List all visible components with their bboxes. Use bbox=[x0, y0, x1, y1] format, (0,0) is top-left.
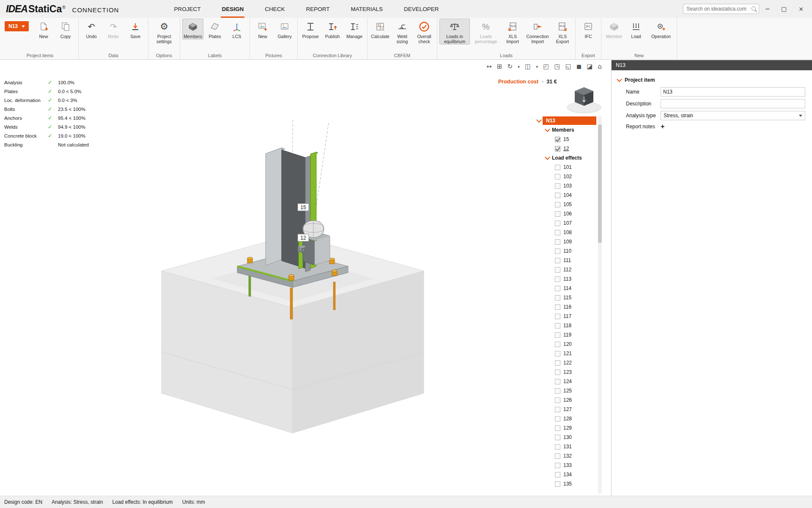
collapse-root-chevron[interactable] bbox=[536, 117, 542, 123]
tree-load-effect-item[interactable]: 117 bbox=[537, 312, 596, 321]
ribbon-button-new-project-item[interactable]: New bbox=[33, 19, 54, 39]
ribbon-button-overall-check[interactable]: Overall check bbox=[414, 19, 435, 44]
tree-load-effect-item[interactable]: 112 bbox=[537, 265, 596, 274]
ribbon-button-weld-sizing[interactable]: Weld sizing bbox=[392, 19, 413, 44]
minimize-button[interactable]: ─ bbox=[766, 6, 769, 12]
3d-model-view[interactable]: 15 12 bbox=[0, 60, 611, 496]
tree-load-effect-item[interactable]: 115 bbox=[537, 293, 596, 302]
view-solid-icon[interactable]: ◼ bbox=[576, 64, 582, 70]
home-icon[interactable]: ⌂ bbox=[598, 64, 602, 70]
tree-load-effect-item[interactable]: 102 bbox=[537, 172, 596, 181]
tree-load-effect-item[interactable]: 131 bbox=[537, 442, 596, 451]
tree-load-effect-item[interactable]: 104 bbox=[537, 190, 596, 200]
load-effect-checkbox[interactable] bbox=[555, 230, 560, 235]
measure-icon[interactable]: ↔ bbox=[486, 64, 492, 70]
load-effect-checkbox[interactable] bbox=[555, 221, 560, 226]
load-effect-checkbox[interactable] bbox=[555, 425, 560, 431]
load-effect-checkbox[interactable] bbox=[555, 174, 560, 179]
view-axonometry-icon[interactable]: ◰ bbox=[543, 64, 549, 70]
tree-load-effect-item[interactable]: 120 bbox=[537, 340, 596, 349]
tree-load-effect-item[interactable]: 124 bbox=[537, 377, 596, 386]
3d-viewport[interactable]: 15 12 Analysis ✓ 100.0% Plates ✓ 0.0 < 5… bbox=[0, 60, 611, 496]
collapse-load-effects-chevron[interactable] bbox=[545, 155, 550, 160]
ribbon-button-undo[interactable]: ↶ Undo bbox=[81, 19, 102, 39]
load-effect-checkbox[interactable] bbox=[555, 398, 560, 403]
scrollbar-thumb[interactable] bbox=[598, 124, 602, 243]
tree-load-effect-item[interactable]: 135 bbox=[537, 479, 596, 489]
tree-load-effect-item[interactable]: 125 bbox=[537, 386, 596, 395]
ribbon-button-save[interactable]: Save bbox=[125, 19, 146, 39]
tree-load-effect-item[interactable]: 122 bbox=[537, 358, 596, 367]
menu-tab[interactable]: DEVELOPER bbox=[403, 0, 440, 18]
tree-load-effect-item[interactable]: 118 bbox=[537, 321, 596, 330]
name-input[interactable] bbox=[661, 87, 805, 97]
load-effect-checkbox[interactable] bbox=[555, 304, 560, 310]
tree-load-effect-item[interactable]: 132 bbox=[537, 451, 596, 461]
collapse-section-chevron[interactable] bbox=[617, 77, 622, 82]
ribbon-button-copy[interactable]: Copy bbox=[55, 19, 76, 39]
zoom-extents-icon[interactable]: ⊞ bbox=[497, 64, 502, 70]
tree-scrollbar[interactable] bbox=[598, 116, 602, 494]
load-effect-checkbox[interactable] bbox=[555, 258, 560, 263]
tree-load-effect-item[interactable]: 126 bbox=[537, 395, 596, 405]
tree-load-effect-item[interactable]: 110 bbox=[537, 246, 596, 256]
load-effect-checkbox[interactable] bbox=[555, 183, 560, 189]
load-effect-checkbox[interactable] bbox=[555, 370, 560, 375]
load-effect-checkbox[interactable] bbox=[555, 202, 560, 207]
tree-load-effect-item[interactable]: 119 bbox=[537, 330, 596, 340]
load-effect-checkbox[interactable] bbox=[555, 472, 560, 478]
clip-view-icon[interactable]: ◫ bbox=[525, 64, 531, 70]
load-effect-checkbox[interactable] bbox=[555, 444, 560, 450]
load-effect-checkbox[interactable] bbox=[555, 286, 560, 291]
load-effect-checkbox[interactable] bbox=[555, 165, 560, 170]
tree-load-effect-item[interactable]: 130 bbox=[537, 433, 596, 442]
maximize-button[interactable]: ▢ bbox=[781, 6, 787, 12]
tree-load-effect-item[interactable]: 127 bbox=[537, 405, 596, 414]
tree-load-effect-item[interactable]: 134 bbox=[537, 470, 596, 479]
ribbon-button-xls-import[interactable]: XLS XLS Import bbox=[502, 19, 523, 44]
tree-load-effect-item[interactable]: 111 bbox=[537, 256, 596, 265]
ribbon-button-ifc-export[interactable]: IFC IFC bbox=[578, 19, 599, 39]
rotate-dropdown-chevron[interactable]: ▾ bbox=[518, 65, 520, 69]
member-label-12[interactable]: 12 bbox=[298, 234, 309, 241]
tree-section-load-effects[interactable]: Load effects bbox=[537, 153, 596, 163]
analysis-type-select[interactable]: Stress, strain bbox=[661, 111, 805, 120]
close-button[interactable]: × bbox=[798, 6, 804, 12]
ribbon-button-new-load[interactable]: Load bbox=[625, 19, 647, 39]
load-effect-checkbox[interactable] bbox=[555, 211, 560, 217]
add-report-note-button[interactable]: + bbox=[661, 123, 668, 130]
load-effect-checkbox[interactable] bbox=[555, 332, 560, 338]
ribbon-button-lcs-labels[interactable]: LCS bbox=[226, 19, 247, 39]
load-effect-checkbox[interactable] bbox=[555, 379, 560, 384]
menu-tab[interactable]: PROJECT bbox=[173, 0, 201, 18]
load-effect-checkbox[interactable] bbox=[555, 435, 560, 440]
tree-load-effect-item[interactable]: 129 bbox=[537, 423, 596, 433]
view-top-icon[interactable]: ◱ bbox=[565, 64, 571, 70]
navigation-cube[interactable] bbox=[566, 84, 602, 114]
member-label-15[interactable]: 15 bbox=[298, 204, 309, 211]
load-effect-checkbox[interactable] bbox=[555, 295, 560, 301]
tree-load-effect-item[interactable]: 128 bbox=[537, 414, 596, 423]
ribbon-button-loads-in-equilibrium[interactable]: Loads in equilibrium bbox=[439, 19, 470, 44]
load-effect-checkbox[interactable] bbox=[555, 453, 560, 459]
tree-load-effect-item[interactable]: 105 bbox=[537, 200, 596, 209]
view-transparent-icon[interactable]: ◪ bbox=[587, 64, 593, 70]
menu-tab[interactable]: MATERIALS bbox=[350, 0, 384, 18]
tree-load-effect-item[interactable]: 101 bbox=[537, 163, 596, 172]
tree-root-item[interactable]: N13 bbox=[543, 116, 596, 125]
search-input[interactable] bbox=[683, 4, 759, 14]
project-item-selector[interactable]: N13 bbox=[5, 21, 29, 31]
load-effect-checkbox[interactable] bbox=[555, 360, 560, 366]
menu-tab[interactable]: REPORT bbox=[305, 0, 330, 18]
load-effect-checkbox[interactable] bbox=[555, 248, 560, 254]
load-effect-checkbox[interactable] bbox=[555, 267, 560, 273]
ribbon-button-propose[interactable]: Propose bbox=[300, 19, 321, 39]
tree-load-effect-item[interactable]: 113 bbox=[537, 274, 596, 284]
tree-load-effect-item[interactable]: 116 bbox=[537, 302, 596, 312]
ribbon-button-xls-export[interactable]: XLS XLS Export bbox=[552, 19, 573, 44]
menu-tab[interactable]: CHECK bbox=[264, 0, 285, 18]
load-effect-checkbox[interactable] bbox=[555, 276, 560, 282]
menu-tab[interactable]: DESIGN bbox=[221, 0, 244, 18]
rotate-view-icon[interactable]: ↻ bbox=[507, 64, 513, 70]
ribbon-button-connection-import[interactable]: Connection Import bbox=[524, 19, 551, 44]
